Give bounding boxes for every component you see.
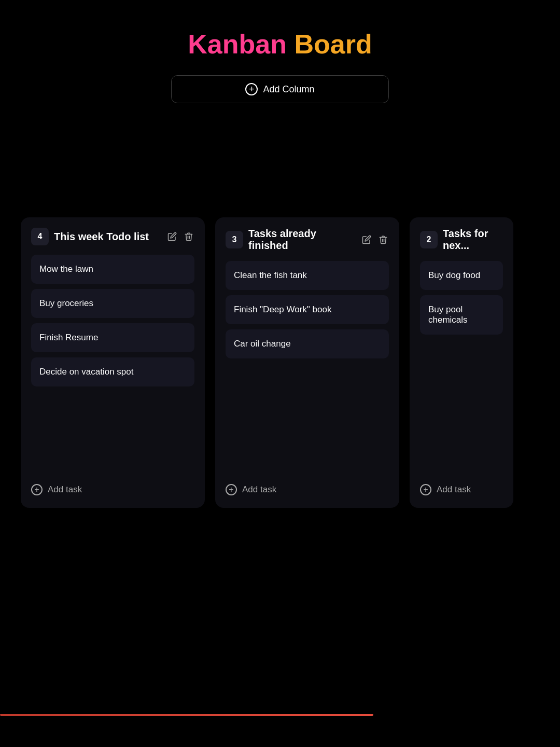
add-column-wrapper: + Add Column <box>0 75 560 103</box>
edit-icon <box>167 232 177 241</box>
column-2-delete-button[interactable] <box>377 234 389 245</box>
column-1-header: 4 This week Todo list <box>31 228 194 245</box>
task-card[interactable]: Car oil change <box>226 329 389 358</box>
column-1-delete-button[interactable] <box>183 231 194 242</box>
task-card[interactable]: Finish "Deep Work" book <box>226 295 389 324</box>
column-1-add-task-button[interactable]: + Add task <box>31 474 194 497</box>
kanban-column-1: 4 This week Todo list <box>21 217 205 508</box>
task-card[interactable]: Buy dog food <box>420 261 503 290</box>
column-2-header: 3 Tasks already finished <box>226 228 389 252</box>
add-column-button[interactable]: + Add Column <box>171 75 389 103</box>
horizontal-scrollbar[interactable] <box>0 714 373 716</box>
task-card[interactable]: Buy pool chemicals <box>420 295 503 335</box>
trash-icon <box>184 232 193 241</box>
title-board: Board <box>287 29 372 59</box>
column-2-count: 3 <box>226 231 243 248</box>
column-1-count: 4 <box>31 228 49 245</box>
task-card[interactable]: Finish Resume <box>31 323 194 352</box>
task-card[interactable]: Buy groceries <box>31 289 194 318</box>
task-card[interactable]: Decide on vacation spot <box>31 357 194 386</box>
add-task-label: Add task <box>48 485 82 495</box>
column-3-task-list: Buy dog food Buy pool chemicals <box>420 261 503 474</box>
column-3-title: Tasks for nex... <box>443 228 503 252</box>
add-task-icon: + <box>31 484 43 495</box>
column-3-header: 2 Tasks for nex... <box>420 228 503 252</box>
title-kanban: Kanban <box>188 29 287 59</box>
edit-icon <box>362 235 371 244</box>
task-card[interactable]: Clean the fish tank <box>226 261 389 290</box>
page-title: Kanban Board <box>0 0 560 75</box>
boards-area: 4 This week Todo list <box>0 217 560 508</box>
add-task-label: Add task <box>437 485 471 495</box>
add-task-label: Add task <box>242 485 276 495</box>
kanban-column-3: 2 Tasks for nex... Buy dog food Buy pool… <box>410 217 513 508</box>
column-2-add-task-button[interactable]: + Add task <box>226 474 389 497</box>
column-1-actions <box>166 231 194 242</box>
add-task-icon: + <box>420 484 431 495</box>
kanban-column-2: 3 Tasks already finished <box>215 217 399 508</box>
column-2-edit-button[interactable] <box>361 234 372 245</box>
column-2-title: Tasks already finished <box>248 228 356 252</box>
add-task-icon: + <box>226 484 237 495</box>
add-column-label: Add Column <box>263 84 314 95</box>
add-column-icon: + <box>245 83 258 95</box>
column-3-count: 2 <box>420 231 438 248</box>
column-3-add-task-button[interactable]: + Add task <box>420 474 503 497</box>
column-2-actions <box>361 234 389 245</box>
task-card[interactable]: Mow the lawn <box>31 255 194 284</box>
trash-icon <box>379 235 388 244</box>
column-1-title: This week Todo list <box>54 231 161 243</box>
column-1-edit-button[interactable] <box>166 231 178 242</box>
column-1-task-list: Mow the lawn Buy groceries Finish Resume… <box>31 255 194 474</box>
column-2-task-list: Clean the fish tank Finish "Deep Work" b… <box>226 261 389 474</box>
